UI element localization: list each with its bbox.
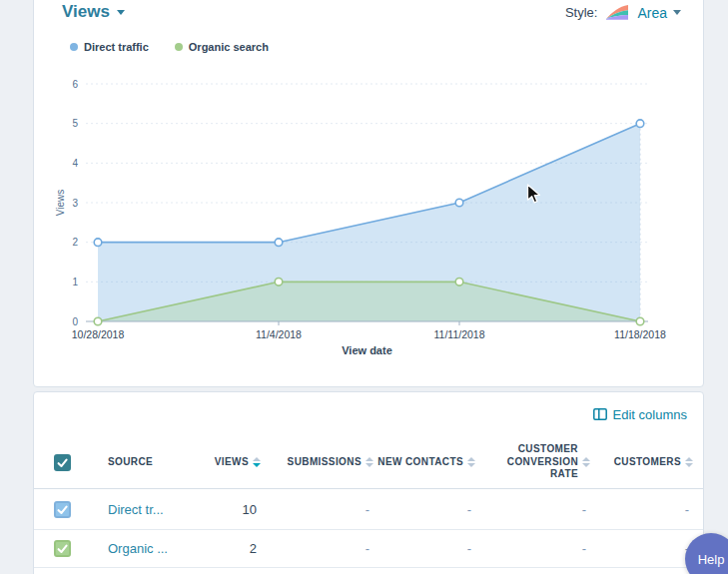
style-label: Style: (565, 5, 598, 20)
svg-text:0: 0 (72, 316, 78, 327)
table-cell-views: 2 (204, 541, 263, 556)
data-point (636, 317, 644, 325)
svg-text:11/11/2018: 11/11/2018 (434, 328, 485, 340)
legend-item-direct-traffic[interactable]: Direct traffic (70, 41, 149, 53)
select-all-cell (34, 454, 90, 471)
column-header-new_contacts[interactable]: NEW CONTACTS (375, 456, 477, 469)
data-point (275, 279, 283, 287)
table-cell-submissions: - (263, 541, 375, 556)
svg-text:2: 2 (72, 237, 78, 248)
chevron-down-icon (117, 10, 125, 15)
table-cell-source: Direct tr... (90, 502, 204, 517)
svg-text:11/18/2018: 11/18/2018 (614, 328, 666, 340)
svg-text:3: 3 (72, 198, 78, 209)
help-button-label: Help (698, 552, 725, 567)
column-header-label: CUSTOMER CONVERSION RATE (477, 443, 578, 481)
table-cell-new_contacts: - (375, 502, 477, 517)
table-header-row: SOURCEVIEWSSUBMISSIONSNEW CONTACTSCUSTOM… (34, 436, 703, 489)
row-checkbox[interactable] (54, 540, 71, 557)
edit-columns-label: Edit columns (613, 407, 687, 422)
data-point (636, 120, 644, 128)
column-header-customer_conversion_rate[interactable]: CUSTOMER CONVERSION RATE (477, 443, 592, 481)
table-row: Organic ...2---- (34, 530, 703, 568)
row-checkbox[interactable] (54, 501, 71, 518)
columns-icon (593, 408, 607, 420)
table-cell-new_contacts: - (375, 541, 477, 556)
svg-text:5: 5 (72, 118, 78, 129)
data-table-card: Edit columns SOURCEVIEWSSUBMISSIONSNEW C… (33, 391, 704, 574)
column-header-label: CUSTOMERS (614, 456, 681, 469)
chart-legend: Direct traffic Organic search (70, 41, 269, 53)
source-link[interactable]: Direct tr... (108, 502, 164, 517)
sort-icon[interactable] (253, 457, 261, 467)
data-point (455, 199, 463, 207)
table-toolbar: Edit columns (34, 392, 703, 436)
table-cell-views: 10 (204, 502, 263, 517)
check-icon (56, 503, 69, 516)
column-header-label: SUBMISSIONS (288, 456, 362, 469)
table-cell-customer_conversion_rate: - (477, 502, 592, 517)
legend-label: Direct traffic (84, 41, 149, 53)
svg-text:4: 4 (72, 158, 78, 169)
table-cell-submissions: - (263, 502, 375, 517)
legend-dot-green (175, 43, 183, 51)
select-all-checkbox[interactable] (54, 454, 71, 471)
column-header-views[interactable]: VIEWS (204, 456, 263, 469)
column-header-label: SOURCE (108, 456, 153, 469)
area-chart: 0123456Views10/28/201811/4/201811/11/201… (34, 0, 705, 388)
legend-dot-blue (70, 43, 78, 51)
check-icon (56, 456, 69, 469)
row-select-cell (34, 540, 90, 557)
legend-label: Organic search (189, 41, 269, 53)
check-icon (56, 542, 69, 555)
legend-item-organic-search[interactable]: Organic search (175, 41, 269, 53)
svg-text:Views: Views (55, 190, 66, 217)
views-metric-dropdown[interactable]: Views (62, 2, 125, 22)
source-link[interactable]: Organic ... (108, 541, 168, 556)
column-header-label: VIEWS (215, 456, 249, 469)
column-header-label: NEW CONTACTS (377, 456, 463, 469)
column-header-submissions[interactable]: SUBMISSIONS (263, 456, 375, 469)
sort-icon[interactable] (685, 457, 693, 467)
data-point (455, 279, 463, 287)
table-cell-customer_conversion_rate: - (477, 541, 592, 556)
table-cell-source: Organic ... (90, 541, 204, 556)
svg-text:11/4/2018: 11/4/2018 (256, 328, 302, 340)
style-value: Area (637, 5, 667, 21)
report-page: { "chart_card": { "title": "Views", "sty… (0, 0, 728, 574)
table-body: Direct tr...10----Organic ...2---- (34, 489, 703, 568)
column-header-source: SOURCE (90, 456, 204, 469)
table-cell-customers: - (592, 502, 695, 517)
sort-icon[interactable] (365, 457, 373, 467)
chart-card: 0123456Views10/28/201811/4/201811/11/201… (33, 0, 704, 387)
svg-text:1: 1 (72, 277, 78, 287)
svg-text:6: 6 (72, 79, 78, 90)
sort-icon[interactable] (582, 457, 590, 467)
sort-icon[interactable] (467, 457, 475, 467)
chevron-down-icon (673, 10, 681, 15)
data-point (94, 317, 102, 325)
row-select-cell (34, 501, 90, 518)
style-dropdown[interactable]: Area (637, 5, 681, 21)
svg-text:10/28/2018: 10/28/2018 (72, 328, 125, 340)
chart-style-control: Style: Area (565, 4, 681, 21)
data-point (94, 239, 102, 247)
table-row: Direct tr...10---- (34, 489, 703, 530)
column-header-customers[interactable]: CUSTOMERS (592, 456, 695, 469)
table-cell-customers: - (592, 541, 695, 556)
area-style-icon (605, 4, 629, 21)
svg-text:View date: View date (342, 344, 392, 356)
edit-columns-button[interactable]: Edit columns (593, 407, 687, 422)
page-title: Views (62, 2, 110, 22)
data-point (275, 239, 283, 247)
